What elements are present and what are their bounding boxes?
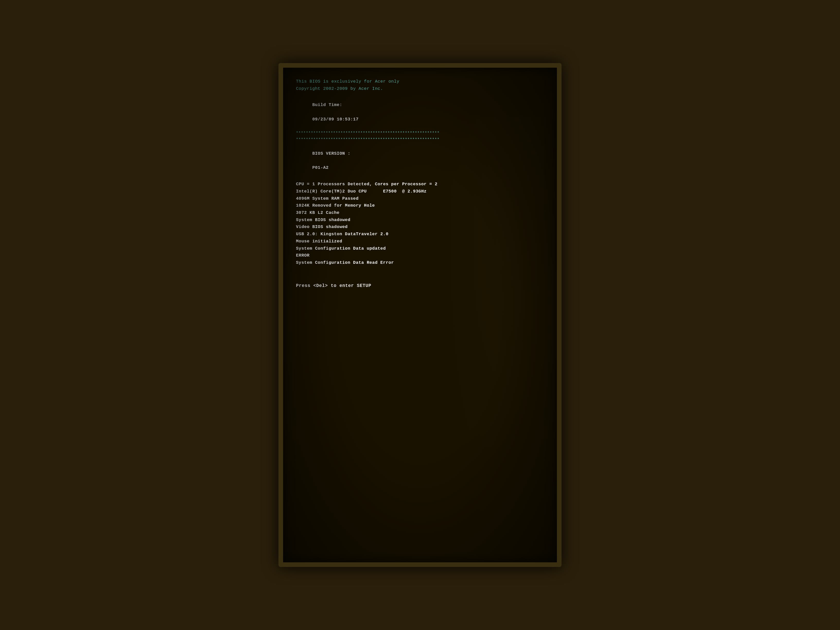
mouse-line: Mouse initialized	[296, 238, 544, 245]
config-error-line: System Configuration Data Read Error	[296, 259, 544, 266]
spacer2	[296, 178, 544, 181]
spacer1	[296, 92, 544, 94]
cpu-line: CPU = 1 Processors Detected, Cores per P…	[296, 181, 544, 188]
cache-line: 3072 KB L2 Cache	[296, 209, 544, 216]
bios-screen: This BIOS is exclusively for Acer only C…	[296, 78, 544, 289]
header-line1: This BIOS is exclusively for Acer only	[296, 78, 544, 85]
monitor-frame: This BIOS is exclusively for Acer only C…	[278, 63, 562, 567]
cpu-model-line: Intel(R) Core(TM)2 Duo CPU E7500 @ 2.93G…	[296, 188, 544, 195]
header-line2: Copyright 2002-2009 by Acer Inc.	[296, 85, 544, 92]
ram-line: 4096M System RAM Passed	[296, 195, 544, 202]
setup-prompt: Press <Del> to enter SETUP	[296, 282, 544, 289]
bios-version-line: BIOS VERSION : P01-A2	[296, 143, 544, 178]
config-updated-line: System Configuration Data updated	[296, 245, 544, 252]
memory-hole-line: 1024K Removed for Memory Hole	[296, 202, 544, 209]
build-time-line: Build Time: 09/23/09 10:53:17	[296, 95, 544, 130]
video-shadow-line: Video BIOS shadowed	[296, 223, 544, 231]
bios-version-value: P01-A2	[312, 165, 328, 170]
bios-shadow-line: System BIOS shadowed	[296, 216, 544, 224]
stars-line2: ****************************************…	[296, 136, 544, 143]
stars-line1: ****************************************…	[296, 130, 544, 136]
usb-line: USB 2.0: Kingston DataTraveler 2.0	[296, 231, 544, 238]
build-time-label: Build Time:	[312, 103, 342, 107]
build-time-value: 09/23/09 10:53:17	[312, 117, 358, 122]
error-line: ERROR	[296, 252, 544, 259]
bios-version-label: BIOS VERSION :	[312, 151, 350, 156]
